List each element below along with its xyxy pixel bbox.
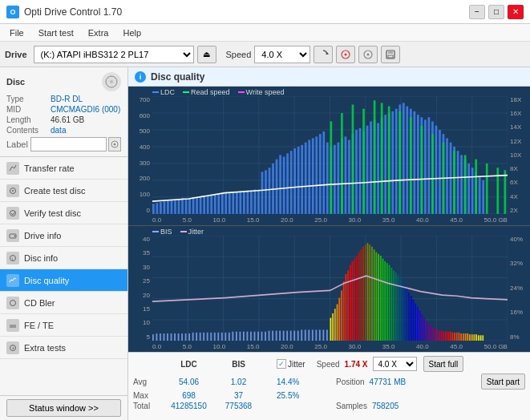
svg-rect-198 (269, 330, 270, 341)
svg-rect-124 (457, 151, 459, 214)
drive-select[interactable]: (K:) ATAPI iHBS312 2 PL17 (34, 46, 194, 63)
svg-rect-7 (388, 55, 393, 58)
svg-point-2 (345, 53, 347, 55)
close-button[interactable]: ✕ (508, 5, 524, 19)
svg-rect-42 (160, 202, 162, 214)
chart2-y-right: 40%32%24%16%8% (508, 226, 530, 352)
svg-rect-43 (164, 201, 166, 214)
svg-rect-200 (276, 330, 277, 341)
svg-rect-255 (417, 307, 419, 341)
svg-text:i: i (12, 256, 13, 261)
svg-rect-51 (192, 197, 195, 214)
svg-rect-222 (345, 274, 346, 341)
svg-rect-135 (362, 109, 365, 214)
svg-rect-52 (196, 197, 198, 214)
disc-label-button[interactable] (108, 137, 121, 151)
jitter-check[interactable]: ✓ Jitter (277, 359, 305, 369)
app-icon: O (6, 6, 19, 18)
sidebar: Disc Type BD-R DL MID CMCMAGDI6 (000) Le… (0, 67, 128, 420)
svg-rect-256 (419, 310, 421, 341)
svg-rect-125 (460, 155, 463, 213)
drive-info-icon (6, 229, 19, 242)
sidebar-item-disc-info[interactable]: i Disc info (0, 247, 127, 269)
content-area: i Disc quality LDC Read speed (128, 67, 530, 420)
stats-speed-select[interactable]: 4.0 X (373, 357, 417, 371)
sidebar-item-fe-te[interactable]: FE / TE (0, 314, 127, 337)
svg-rect-84 (312, 138, 314, 213)
svg-rect-254 (415, 303, 416, 341)
minimize-button[interactable]: − (469, 5, 485, 19)
samples-value: 758205 (372, 402, 399, 410)
menu-bar: File Start test Extra Help (0, 24, 530, 42)
menu-help[interactable]: Help (116, 26, 148, 39)
svg-rect-241 (386, 263, 388, 341)
save-button[interactable] (381, 46, 400, 63)
svg-rect-227 (356, 256, 358, 341)
svg-rect-178 (196, 333, 197, 341)
disc-length-value: 46.61 GB (51, 115, 84, 124)
svg-rect-283 (478, 335, 479, 341)
svg-rect-271 (451, 333, 453, 341)
disc-type-label: Type (6, 95, 51, 103)
refresh-button[interactable] (314, 46, 333, 63)
svg-rect-193 (250, 332, 252, 341)
svg-rect-249 (404, 285, 406, 341)
menu-extra[interactable]: Extra (82, 26, 115, 39)
svg-rect-243 (390, 268, 392, 341)
jitter-checkbox[interactable]: ✓ (277, 359, 286, 369)
svg-rect-210 (312, 329, 314, 341)
disc2-button[interactable] (358, 46, 378, 63)
svg-rect-79 (293, 148, 296, 214)
svg-rect-213 (322, 329, 324, 341)
svg-rect-56 (210, 195, 212, 214)
menu-start-test[interactable]: Start test (32, 26, 80, 39)
svg-rect-140 (410, 117, 412, 214)
svg-rect-218 (337, 304, 338, 341)
disc-mid-label: MID (6, 105, 51, 114)
sidebar-item-verify-test-disc[interactable]: Verify test disc (0, 202, 127, 224)
svg-rect-50 (188, 198, 191, 214)
max-bis: 37 (216, 391, 261, 400)
svg-point-4 (367, 53, 370, 55)
svg-rect-187 (229, 333, 230, 341)
svg-rect-94 (348, 140, 350, 214)
sidebar-item-create-test-disc[interactable]: Create test disc (0, 180, 127, 202)
eject-button[interactable]: ⏏ (197, 46, 216, 63)
svg-rect-248 (402, 281, 403, 341)
speed-select[interactable]: 4.0 X (254, 46, 310, 63)
sidebar-item-cd-bler[interactable]: CD Bler (0, 292, 127, 314)
menu-file[interactable]: File (3, 26, 30, 39)
svg-rect-96 (355, 130, 358, 214)
svg-rect-147 (486, 164, 488, 214)
charts-container: LDC Read speed Write speed 7006005004003… (128, 87, 530, 352)
start-full-button[interactable]: Start full (423, 356, 464, 372)
sidebar-item-disc-quality[interactable]: Disc quality (0, 269, 127, 292)
svg-rect-219 (338, 297, 340, 341)
disc-label-input[interactable] (30, 137, 107, 151)
legend-write: Write speed (238, 88, 285, 96)
svg-rect-215 (330, 317, 332, 341)
status-window-button[interactable]: Status window >> (6, 399, 121, 417)
svg-rect-177 (192, 333, 194, 341)
svg-rect-60 (225, 193, 227, 214)
svg-rect-207 (301, 329, 302, 341)
svg-rect-205 (293, 330, 295, 341)
svg-rect-214 (326, 329, 328, 341)
svg-rect-192 (247, 332, 249, 341)
svg-rect-264 (436, 329, 438, 341)
svg-rect-229 (360, 249, 362, 341)
disc-button[interactable] (336, 46, 355, 63)
start-part-button[interactable]: Start part (481, 374, 525, 390)
fe-te-icon (6, 319, 19, 332)
svg-rect-138 (388, 107, 390, 214)
sidebar-item-transfer-rate[interactable]: Transfer rate (0, 157, 127, 180)
maximize-button[interactable]: □ (488, 5, 504, 19)
sidebar-item-drive-info[interactable]: Drive info (0, 224, 127, 247)
sidebar-item-extra-tests[interactable]: + Extra tests (0, 337, 127, 359)
create-test-disc-icon (6, 184, 19, 197)
svg-rect-65 (243, 192, 245, 214)
svg-rect-119 (439, 130, 441, 214)
disc-length-label: Length (6, 115, 51, 124)
svg-rect-59 (221, 194, 224, 214)
svg-rect-280 (471, 334, 473, 341)
